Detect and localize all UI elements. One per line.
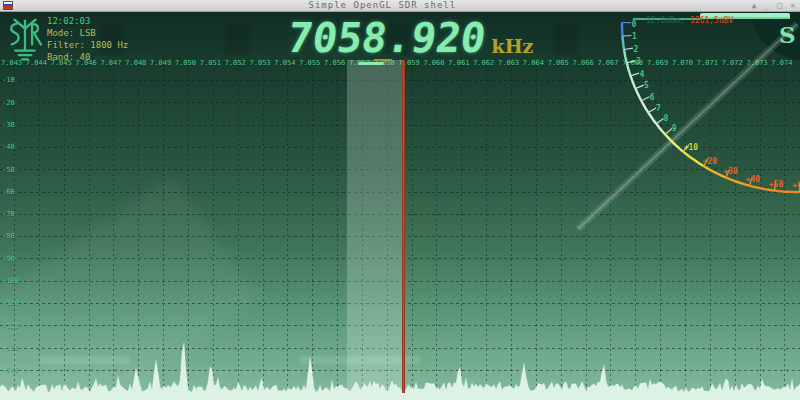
frequency-unit: kHz xyxy=(492,34,534,58)
svg-text:2: 2 xyxy=(633,45,638,54)
rollup-button[interactable]: ▲ xyxy=(752,1,757,11)
svg-text:1261,5uBV: 1261,5uBV xyxy=(690,16,734,25)
filter-label: Filter: 1800 Hz xyxy=(47,39,128,51)
svg-text:4: 4 xyxy=(640,70,645,79)
window-title: Simple OpenGL SDR shell xyxy=(13,0,752,11)
svg-text:6: 6 xyxy=(650,93,655,102)
svg-text:8: 8 xyxy=(663,114,668,123)
titlebar[interactable]: Simple OpenGL SDR shell ▲ _ □ ✕ xyxy=(0,0,800,12)
close-button[interactable]: ✕ xyxy=(790,1,795,11)
maximize-button[interactable]: □ xyxy=(777,1,782,11)
svg-text:5: 5 xyxy=(644,81,649,90)
tuning-cursor[interactable] xyxy=(402,60,405,393)
app-window: Simple OpenGL SDR shell ▲ _ □ ✕ 7.0437.0… xyxy=(0,0,800,400)
svg-text:+50: +50 xyxy=(769,180,784,189)
db-scale: -10-20-30-40-50-60-70-80-90-100-110-120-… xyxy=(0,12,30,400)
minimize-button[interactable]: _ xyxy=(765,1,770,11)
window-icon xyxy=(3,1,13,10)
frequency-digits[interactable]: 7058.920 xyxy=(285,18,488,58)
band-label: Band: 40 xyxy=(47,51,128,63)
ghost-artifact xyxy=(553,24,577,56)
svg-text:1: 1 xyxy=(632,32,637,41)
sdr-logo xyxy=(2,14,48,66)
svg-text:S: S xyxy=(779,21,796,48)
clock: 12:02:03 xyxy=(47,15,128,27)
svg-text:+60: +60 xyxy=(792,181,800,190)
svg-text:12,0dBm,: 12,0dBm, xyxy=(646,16,685,25)
filter-passband[interactable] xyxy=(347,60,402,392)
svg-text:0: 0 xyxy=(632,20,637,29)
svg-text:+40: +40 xyxy=(746,175,761,184)
frequency-display[interactable]: 7058.920 kHz xyxy=(288,14,533,58)
ghost-artifact xyxy=(225,24,249,56)
spectrum-baseline xyxy=(0,393,800,395)
sdr-main-panel[interactable]: 7.0437.0447.0457.0467.0477.0487.0497.050… xyxy=(0,12,800,400)
status-block: 12:02:03 Mode: LSB Filter: 1800 Hz Band:… xyxy=(47,15,128,63)
mode-label: Mode: LSB xyxy=(47,27,128,39)
